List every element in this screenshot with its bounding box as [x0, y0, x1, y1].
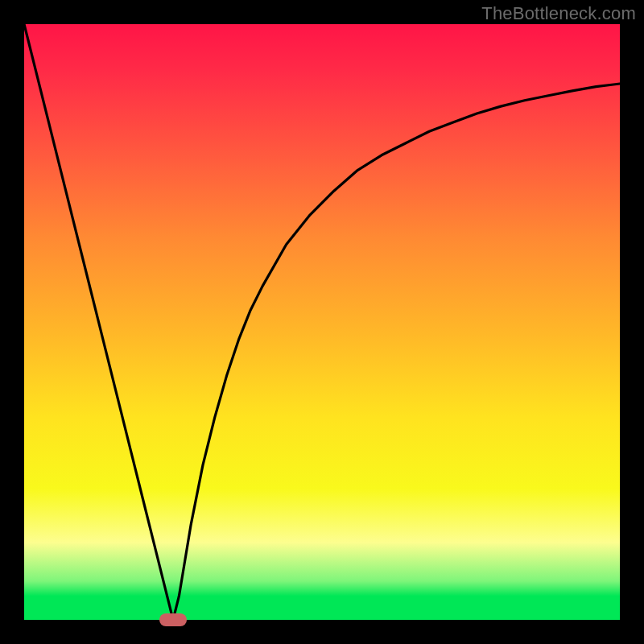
chart-plot-area: [24, 24, 620, 620]
curve-svg: [24, 24, 620, 620]
watermark-text: TheBottleneck.com: [481, 3, 636, 24]
min-marker: [159, 613, 187, 626]
bottleneck-curve: [24, 24, 620, 620]
